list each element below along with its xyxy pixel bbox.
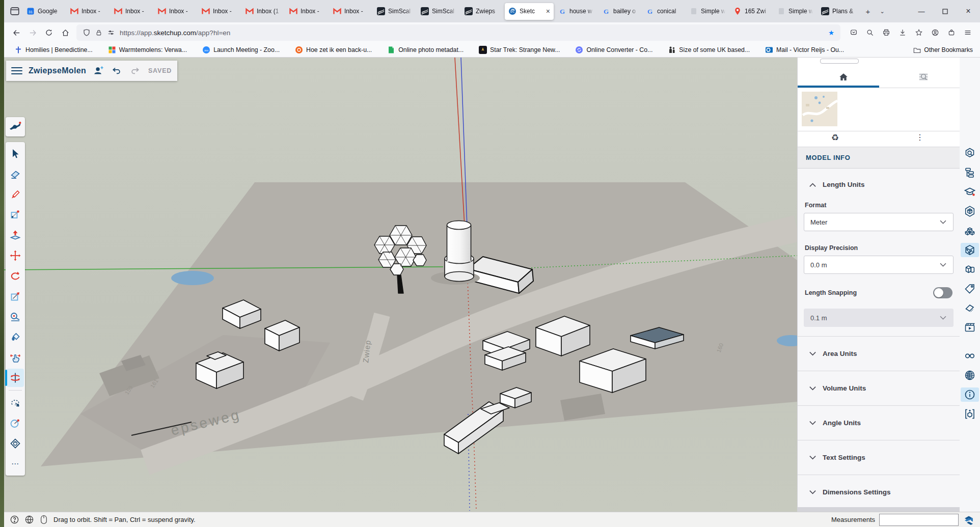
- bookmark-star-icon[interactable]: ★: [828, 29, 834, 37]
- rotate-tool[interactable]: [7, 267, 24, 285]
- new-tab-button[interactable]: +: [861, 4, 875, 18]
- bookmark-homilies-benedictine[interactable]: Homilies | Benedictine...: [10, 45, 97, 55]
- format-select[interactable]: Meter: [804, 213, 954, 231]
- bookmark-size-of-some-uk-based[interactable]: Size of some UK based...: [664, 45, 754, 55]
- more-options-icon[interactable]: ⋮: [916, 132, 924, 142]
- section-angle-units[interactable]: Angle Units: [804, 406, 954, 440]
- tab-inbox[interactable]: Inbox -: [198, 3, 241, 20]
- soften-edges-icon[interactable]: [961, 301, 979, 315]
- print-icon[interactable]: [879, 25, 894, 40]
- tab-simscal[interactable]: SimScal: [417, 3, 460, 20]
- tab-inbox[interactable]: Inbox -: [154, 3, 197, 20]
- extensions-icon[interactable]: [944, 25, 959, 40]
- tab-simscal[interactable]: SimScal: [373, 3, 416, 20]
- tab-plans[interactable]: Plans &: [818, 3, 860, 20]
- measurements-input[interactable]: [879, 514, 959, 526]
- language-icon[interactable]: [24, 515, 34, 525]
- refresh-thumbnail-icon[interactable]: ♻: [831, 133, 839, 142]
- pan-tool[interactable]: [7, 348, 24, 367]
- eraser-tool[interactable]: [7, 165, 24, 183]
- move-tool[interactable]: [7, 246, 24, 265]
- tab-sketc[interactable]: Sketc×: [505, 3, 554, 20]
- snapping-value-select[interactable]: 0.1 m: [804, 309, 954, 327]
- pencil-tool[interactable]: [7, 185, 24, 204]
- url-bar[interactable]: https://app.sketchup.com/app?hl=en ★: [76, 24, 840, 41]
- arc-tool[interactable]: [7, 414, 24, 432]
- help-icon[interactable]: [9, 515, 19, 525]
- scroll-indicator[interactable]: [820, 59, 859, 64]
- tags-icon[interactable]: [961, 282, 979, 296]
- maximize-button[interactable]: [933, 0, 957, 22]
- tab-inbox-1[interactable]: Inbox (1: [242, 3, 285, 20]
- tab-house-w[interactable]: Ghouse w: [555, 3, 597, 20]
- precision-select[interactable]: 0.0 m: [804, 256, 954, 274]
- other-bookmarks-button[interactable]: Other Bookmarks: [913, 46, 974, 53]
- tab-google[interactable]: 31Google: [23, 3, 66, 20]
- permissions-icon[interactable]: [107, 29, 115, 36]
- tab-simple-work[interactable]: Simple work: [774, 3, 816, 20]
- home-tab[interactable]: [836, 70, 851, 84]
- section-area-units[interactable]: Area Units: [804, 337, 954, 371]
- warehouse-icon[interactable]: [961, 204, 979, 218]
- shapes-tool[interactable]: [7, 206, 24, 224]
- tab-simple-work[interactable]: Simple work: [686, 3, 729, 20]
- tab-inbox[interactable]: Inbox -: [111, 3, 153, 20]
- back-button[interactable]: [9, 25, 24, 40]
- solids-icon[interactable]: [961, 262, 979, 276]
- fly-tool-button[interactable]: [6, 117, 25, 136]
- paint-tool[interactable]: [7, 328, 24, 346]
- select-tool[interactable]: [7, 145, 24, 163]
- geolocation-icon[interactable]: [961, 368, 979, 382]
- orbit-tool[interactable]: [7, 369, 24, 387]
- search-tab[interactable]: [916, 70, 931, 84]
- lasso-tool[interactable]: [7, 394, 24, 412]
- library-star-icon[interactable]: [911, 25, 927, 40]
- home-button[interactable]: [58, 25, 73, 40]
- minimize-button[interactable]: —: [910, 0, 933, 22]
- tab-zwieps[interactable]: Zwieps: [461, 3, 504, 20]
- firefox-view-icon[interactable]: [7, 4, 22, 19]
- reload-button[interactable]: [41, 25, 57, 40]
- tab-inbox[interactable]: Inbox -: [67, 3, 110, 20]
- bookmark-mail-victor-reijs-ou[interactable]: Mail - Victor Reijs - Ou...: [761, 45, 848, 55]
- model-search-icon[interactable]: [961, 146, 979, 160]
- bookmark-hoe-zet-ik-een-back-u[interactable]: Hoe zet ik een back-u...: [291, 45, 376, 55]
- lock-icon[interactable]: [95, 29, 102, 37]
- close-tab-icon[interactable]: ×: [546, 8, 550, 15]
- more-tool[interactable]: ⋯: [7, 455, 24, 473]
- instructor-icon[interactable]: [961, 185, 979, 199]
- viewport-canvas[interactable]: Zwiep epseweg 159 161 160: [4, 58, 797, 512]
- length-snapping-toggle[interactable]: [933, 287, 952, 298]
- close-button[interactable]: ×: [957, 0, 980, 22]
- tape-tool[interactable]: [7, 308, 24, 326]
- bookmark-online-photo-metadat[interactable]: Online photo metadat...: [383, 45, 468, 55]
- section-dimensions-settings[interactable]: Dimensions Settings: [804, 475, 954, 507]
- mouse-icon[interactable]: [39, 515, 49, 525]
- pocket-icon[interactable]: [846, 25, 861, 40]
- outliner-icon[interactable]: [961, 165, 979, 180]
- section-volume-units[interactable]: Volume Units: [804, 371, 954, 405]
- components-icon[interactable]: [961, 224, 979, 238]
- scale-tool[interactable]: [7, 287, 24, 306]
- redo-icon[interactable]: [129, 65, 141, 77]
- length-units-header[interactable]: Length Units: [804, 169, 954, 188]
- section-text-settings[interactable]: Text Settings: [804, 440, 954, 475]
- model-info-icon[interactable]: [961, 387, 979, 402]
- tab-inbox[interactable]: Inbox -: [330, 3, 372, 20]
- forward-button[interactable]: [25, 25, 40, 40]
- tracking-shield-icon[interactable]: [83, 29, 91, 37]
- tab-conical[interactable]: Gconical: [642, 3, 685, 20]
- bookmark-star-trek-strange-new[interactable]: Star Trek: Strange New...: [475, 45, 564, 55]
- tab-inbox[interactable]: Inbox -: [286, 3, 329, 20]
- account-icon[interactable]: [928, 25, 943, 40]
- tab-overflow-button[interactable]: ⌄: [875, 4, 889, 18]
- menu-icon[interactable]: [960, 25, 975, 40]
- pushpull-tool[interactable]: [7, 226, 24, 244]
- tab-bailley-o[interactable]: Gbailley o: [598, 3, 641, 20]
- model-thumbnail[interactable]: [802, 92, 837, 126]
- main-menu-icon[interactable]: [11, 67, 22, 74]
- add-collaborator-icon[interactable]: [92, 65, 104, 77]
- compass-tool[interactable]: [7, 434, 24, 453]
- bookmark-online-converter-co[interactable]: Online Converter - Co...: [571, 45, 657, 55]
- downloads-icon[interactable]: [895, 25, 910, 40]
